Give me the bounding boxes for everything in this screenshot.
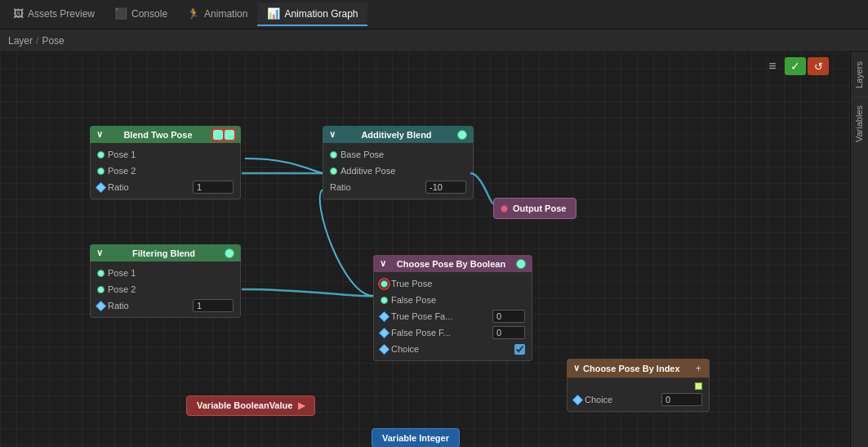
choose-false-pose-pin[interactable] <box>381 297 388 304</box>
choose-choice-row: Choice <box>374 341 532 357</box>
top-right-buttons: ≡ ✓ ↺ <box>759 52 832 80</box>
filter-pose1-row: Pose 1 <box>91 265 240 281</box>
blend-pose2-row: Pose 2 <box>91 163 240 179</box>
breadcrumb-layer[interactable]: Layer <box>8 35 33 47</box>
node-choose-boolean-title: Choose Pose By Boolean <box>397 259 505 269</box>
filter-ratio-input[interactable] <box>193 299 234 312</box>
node-choose-index-title: Choose Pose By Index <box>583 364 680 373</box>
node-blend-two-pose-body: Pose 1 Pose 2 Ratio <box>90 143 241 199</box>
sidebar-tab-variables[interactable]: Variables <box>851 96 868 150</box>
blend-two-pose-out-port[interactable] <box>225 130 234 140</box>
add-additive-row: Additive Pose <box>323 163 473 179</box>
node-filtering-blend-body: Pose 1 Pose 2 Ratio <box>90 261 241 318</box>
node-filtering-blend-collapse: ∨ <box>96 248 103 258</box>
node-additively-blend: ∨ Additively Blend Base Pose Additive Po… <box>323 126 474 199</box>
refresh-button[interactable]: ↺ <box>808 57 829 75</box>
output-pose-pin[interactable] <box>501 205 508 212</box>
add-ratio-input[interactable] <box>425 181 466 194</box>
choose-false-factor-input[interactable] <box>492 326 525 339</box>
choose-index-choice-pin[interactable] <box>572 395 583 405</box>
node-blend-two-pose-header[interactable]: ∨ Blend Two Pose <box>90 126 241 143</box>
node-variable-integer: Variable Integer <box>372 428 460 447</box>
menu-button[interactable]: ≡ <box>762 57 783 75</box>
breadcrumb: Layer / Pose <box>0 29 868 52</box>
node-additively-blend-header[interactable]: ∨ Additively Blend <box>323 126 474 143</box>
tab-animation-graph[interactable]: 📊 Animation Graph <box>257 2 367 26</box>
add-base-pin[interactable] <box>330 151 337 159</box>
node-additively-blend-body: Base Pose Additive Pose Ratio <box>323 143 474 199</box>
animation-icon: 🏃 <box>187 7 200 20</box>
choose-boolean-port[interactable] <box>516 259 526 269</box>
node-choose-boolean-header[interactable]: ∨ Choose Pose By Boolean <box>373 255 532 272</box>
sidebar-tab-layers[interactable]: Layers <box>851 52 868 96</box>
blend-ratio-input[interactable] <box>193 181 234 194</box>
node-choose-index-add-button[interactable]: + <box>693 362 703 374</box>
node-blend-two-pose-collapse: ∨ <box>96 129 103 140</box>
node-choose-boolean-collapse: ∨ <box>380 258 386 269</box>
node-filtering-blend: ∨ Filtering Blend Pose 1 Pose 2 Ratio <box>90 244 241 318</box>
node-additively-blend-title: Additively Blend <box>361 130 431 140</box>
node-blend-two-pose: ∨ Blend Two Pose Pose 1 Pose 2 <box>90 126 241 199</box>
breadcrumb-pose[interactable]: Pose <box>42 35 64 47</box>
blend-ratio-pin[interactable] <box>96 182 106 193</box>
blend-pose1-row: Pose 1 <box>91 146 240 163</box>
filter-pose1-pin[interactable] <box>97 270 105 277</box>
filtering-blend-port[interactable] <box>225 248 234 258</box>
node-choose-pose-boolean: ∨ Choose Pose By Boolean True Pose False… <box>373 255 532 361</box>
main-area: ≡ ✓ ↺ ∨ Blend Two Pose <box>0 52 868 447</box>
node-blend-two-pose-title: Blend Two Pose <box>123 130 192 140</box>
output-pose-label: Output Pose <box>513 203 566 213</box>
console-icon: ⬛ <box>114 7 127 20</box>
node-choose-index-header[interactable]: ∨ Choose Pose By Index + <box>567 359 710 378</box>
blend-ratio-row: Ratio <box>91 179 240 195</box>
node-variable-boolean: Variable BooleanValue ▶ <box>186 396 315 416</box>
tab-assets-preview[interactable]: 🖼 Assets Preview <box>3 2 105 26</box>
filter-ratio-pin[interactable] <box>96 301 106 311</box>
filter-pose2-pin[interactable] <box>97 286 105 293</box>
node-choose-boolean-body: True Pose False Pose True Pose Fa... Fal… <box>373 272 532 361</box>
graph-canvas[interactable]: ≡ ✓ ↺ ∨ Blend Two Pose <box>0 52 850 447</box>
add-ratio-row: Ratio <box>323 179 473 195</box>
tab-bar: 🖼 Assets Preview ⬛ Console 🏃 Animation 📊… <box>0 0 868 29</box>
choose-true-factor-input[interactable] <box>492 310 525 323</box>
tab-animation[interactable]: 🏃 Animation <box>177 2 257 26</box>
blend-pose2-pin[interactable] <box>97 168 105 175</box>
blend-two-pose-in-port[interactable] <box>213 130 223 140</box>
filter-ratio-row: Ratio <box>91 297 240 314</box>
choose-index-choice-input[interactable] <box>661 393 702 406</box>
node-choose-pose-index: ∨ Choose Pose By Index + Choice <box>567 359 710 412</box>
choose-false-pose-factor-pin[interactable] <box>379 328 389 338</box>
filter-pose2-row: Pose 2 <box>91 281 240 297</box>
breadcrumb-separator: / <box>36 35 38 47</box>
tab-console[interactable]: ⬛ Console <box>105 2 177 26</box>
additively-blend-port[interactable] <box>457 130 467 140</box>
choose-false-pose-row: False Pose <box>374 292 532 308</box>
assets-preview-icon: 🖼 <box>13 7 24 20</box>
variable-integer-label: Variable Integer <box>382 433 449 443</box>
choose-false-pose-factor-row: False Pose F... <box>374 324 532 341</box>
choose-index-choice-row: Choice <box>568 391 709 408</box>
animation-graph-icon: 📊 <box>267 7 280 20</box>
node-output-pose: Output Pose <box>493 198 576 219</box>
add-additive-pin[interactable] <box>330 168 337 175</box>
choose-true-pose-factor-row: True Pose Fa... <box>374 308 532 324</box>
choose-true-pose-pin[interactable] <box>381 280 388 288</box>
choose-choice-pin[interactable] <box>379 344 389 355</box>
node-filtering-blend-title: Filtering Blend <box>132 248 195 258</box>
node-choose-index-collapse: ∨ <box>573 363 580 373</box>
node-filtering-blend-header[interactable]: ∨ Filtering Blend <box>90 244 241 261</box>
variable-boolean-label: Variable BooleanValue <box>197 400 292 410</box>
node-additively-blend-collapse: ∨ <box>329 129 336 140</box>
choose-true-pose-row: True Pose <box>374 275 532 292</box>
choose-index-out-port[interactable] <box>695 382 702 390</box>
choose-choice-checkbox[interactable] <box>514 344 525 355</box>
right-sidebar: Layers Variables <box>850 52 868 447</box>
node-choose-index-body: Choice <box>567 378 710 412</box>
confirm-button[interactable]: ✓ <box>785 57 806 75</box>
choose-true-pose-factor-pin[interactable] <box>379 311 389 322</box>
add-base-row: Base Pose <box>323 146 473 163</box>
variable-boolean-arrow: ▶ <box>298 400 305 410</box>
blend-pose1-pin[interactable] <box>97 151 105 159</box>
